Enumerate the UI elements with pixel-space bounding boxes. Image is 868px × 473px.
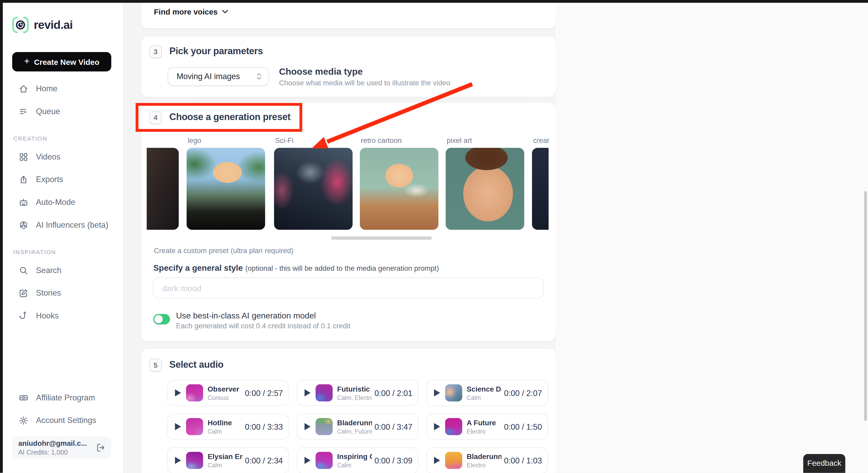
preset-sci-fi-image[interactable] (274, 148, 352, 230)
media-type-subtitle: Choose what media will be used to illust… (279, 79, 450, 87)
style-hint: (optional - this will be added to the me… (245, 264, 439, 272)
play-icon[interactable] (304, 423, 310, 430)
videos-grid-icon (19, 152, 28, 161)
audio-art (445, 452, 462, 469)
parameters-card: 3 Pick your parameters Moving AI images … (141, 36, 556, 97)
style-input[interactable] (153, 277, 544, 298)
preset-retro-cartoon-image[interactable] (360, 148, 438, 230)
audio-track-science-docu[interactable]: Science DocuCalm 0:00 / 2:07 (426, 380, 548, 406)
sidebar-item-stories[interactable]: Stories (19, 286, 61, 299)
search-icon (19, 266, 28, 275)
toggle-knob (155, 315, 163, 323)
audio-art (315, 384, 333, 402)
account-credits: AI Credits: 1,000 (18, 449, 96, 456)
account-email: aniudohr@gmail.c... (18, 439, 96, 447)
account-card[interactable]: aniudohr@gmail.c... AI Credits: 1,000 (12, 437, 111, 459)
play-icon[interactable] (304, 389, 310, 396)
logo-wordmark: revid.ai (34, 18, 72, 31)
preset-card: 4 Choose a generation preset lego Sci-Fi… (141, 103, 556, 341)
sidebar-item-home[interactable]: Home (19, 82, 58, 95)
sidebar: revid.ai + Create New Video Home Queue C… (3, 3, 124, 473)
audio-card: 5 Select audio ObserverCurious 0:00 / 2:… (141, 349, 556, 473)
select-chevrons-icon (256, 72, 262, 81)
audio-time: 0:00 / 2:34 (243, 456, 288, 465)
audio-time: 0:00 / 1:03 (502, 456, 547, 465)
toggle-subtitle: Each generated will cost 0.4 credit inst… (176, 322, 350, 330)
logout-icon[interactable] (96, 443, 105, 452)
logo[interactable]: revid.ai (12, 17, 72, 33)
sidebar-item-auto-mode[interactable]: Auto-Mode (19, 196, 75, 209)
audio-time: 0:00 / 2:01 (372, 388, 418, 397)
audio-art (186, 384, 203, 402)
feedback-button[interactable]: Feedback (803, 454, 845, 473)
sidebar-item-search[interactable]: Search (19, 263, 61, 277)
sidebar-item-ai-influencers[interactable]: AI Influencers (beta) (19, 218, 108, 231)
audio-track-hotline[interactable]: HotlineCalm 0:00 / 3:33 (167, 414, 289, 440)
preset-carousel: lego Sci-Fi retro cartoon pixel art crea… (147, 136, 549, 231)
audio-art (445, 384, 462, 402)
queue-icon (19, 107, 28, 116)
sidebar-item-videos[interactable]: Videos (19, 150, 60, 164)
hook-icon (19, 311, 28, 320)
page-scrollbar[interactable] (864, 191, 867, 421)
audio-track-inspiring-cine[interactable]: Inspiring CineCalm 0:00 / 3:09 (297, 447, 418, 473)
app-root: revid.ai + Create New Video Home Queue C… (0, 0, 868, 473)
audio-track-elysian-ember[interactable]: Elysian EmberCalm 0:00 / 2:34 (167, 447, 289, 473)
audio-title: Select audio (169, 359, 223, 371)
section-label-inspiration: INSPIRATION (13, 249, 56, 256)
right-panel (556, 3, 868, 473)
window-frame-left (0, 0, 3, 473)
find-more-voices-button[interactable]: Find more voices (154, 7, 228, 16)
molecule-icon (19, 220, 28, 230)
parameters-title: Pick your parameters (169, 46, 263, 57)
audio-art (445, 418, 462, 435)
step-badge-4: 4 (150, 111, 162, 124)
carousel-scrollbar[interactable] (331, 237, 432, 240)
play-icon[interactable] (175, 423, 181, 430)
voices-card: Find more voices (141, 0, 556, 28)
audio-art (186, 418, 203, 435)
audio-art (315, 418, 333, 435)
style-label-row: Specify a general style (optional - this… (153, 263, 439, 273)
play-icon[interactable] (434, 457, 440, 464)
create-new-video-button[interactable]: + Create New Video (12, 52, 111, 71)
sidebar-item-account-settings[interactable]: Account Settings (19, 414, 96, 427)
play-icon[interactable] (175, 389, 181, 396)
play-icon[interactable] (434, 423, 440, 430)
edit-icon (19, 288, 28, 297)
preset-lego-image[interactable] (187, 148, 265, 230)
play-icon[interactable] (175, 457, 181, 464)
preset-pixel-art-image[interactable] (446, 148, 524, 230)
custom-preset-link[interactable]: Create a custom preset (ultra plan requi… (154, 246, 293, 255)
media-type-title: Choose media type (279, 66, 363, 77)
audio-track-bladerunner-r[interactable]: Bladerunner RElectro 0:00 / 1:03 (426, 447, 548, 473)
sidebar-item-exports[interactable]: Exports (19, 173, 63, 186)
audio-time: 0:00 / 3:09 (372, 456, 418, 465)
gear-icon (19, 415, 28, 425)
preset-title: Choose a generation preset (169, 112, 290, 123)
play-icon[interactable] (304, 457, 310, 464)
sidebar-item-hooks[interactable]: Hooks (19, 309, 59, 322)
preset-photo-image[interactable] (147, 148, 179, 230)
audio-track-bladerunner-2[interactable]: Bladerunner 2Calm, Futurist 0:00 / 3:47 (297, 414, 418, 440)
play-icon[interactable] (434, 389, 440, 396)
audio-time: 0:00 / 2:07 (502, 388, 547, 397)
preset-creative-image[interactable] (532, 148, 549, 230)
sidebar-item-queue[interactable]: Queue (19, 105, 60, 118)
audio-time: 0:00 / 3:33 (243, 422, 288, 431)
audio-track-a-future[interactable]: A FutureElectro 0:00 / 1:50 (426, 414, 548, 440)
audio-time: 0:00 / 1:50 (502, 422, 547, 431)
media-type-select[interactable]: Moving AI images (168, 67, 269, 86)
audio-track-futuristic-beat[interactable]: Futuristic BeatCalm, Electro 0:00 / 2:01 (297, 380, 418, 406)
window-frame-top (0, 0, 868, 3)
audio-time: 0:00 / 3:47 (372, 422, 418, 431)
audio-track-observer[interactable]: ObserverCurious 0:00 / 2:57 (167, 380, 289, 406)
section-label-creation: CREATION (13, 135, 47, 142)
export-icon (19, 175, 28, 184)
banknote-icon (19, 393, 28, 402)
step-badge-5: 5 (150, 359, 162, 372)
audio-art (315, 452, 333, 469)
revid-logo-icon (12, 17, 29, 33)
best-model-toggle[interactable] (153, 314, 170, 325)
sidebar-item-affiliate-program[interactable]: Affiliate Program (19, 391, 95, 404)
